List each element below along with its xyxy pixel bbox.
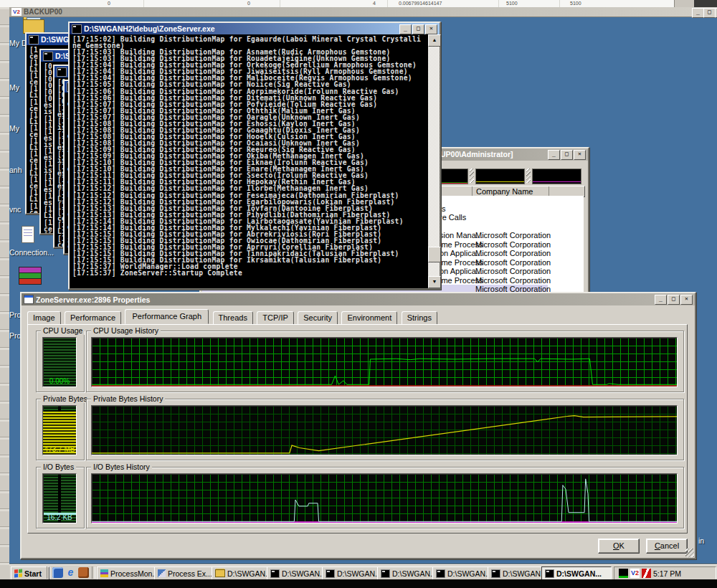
cpu-graph-tray-icon[interactable]: [619, 569, 628, 578]
scroll-down-icon[interactable]: ▼: [428, 276, 441, 288]
host-dark-corner: [694, 0, 717, 7]
host-gridline: [387, 0, 388, 7]
toolbar-memory-graph[interactable]: [475, 169, 525, 184]
toolbar-grip[interactable]: [526, 169, 531, 183]
taskbar-button-procmon[interactable]: ProcessMon...: [97, 566, 159, 579]
scroll-up-icon[interactable]: ▲: [428, 34, 441, 47]
vnc-viewer-titlebar[interactable]: V2 BACKUP00 _ □ ×: [9, 7, 717, 17]
maximize-icon[interactable]: □: [668, 295, 680, 305]
taskbar-button-console[interactable]: D:\SWGAN...: [432, 566, 493, 579]
tray-clock[interactable]: 5:17 PM: [653, 569, 681, 578]
scroll-thumb[interactable]: [428, 247, 441, 262]
minimize-icon[interactable]: _: [655, 295, 667, 305]
folder-icon: [215, 569, 225, 577]
toolbar-io-graph[interactable]: [532, 169, 581, 184]
process-row-company[interactable]: Microsoft Corporation: [475, 267, 551, 275]
desktop-icon-label[interactable]: anh: [9, 166, 22, 174]
taskbar[interactable]: Start e ProcessMon... Process Ex... D:\S…: [9, 564, 717, 579]
column-divider: [472, 186, 473, 196]
line: [24, 229, 32, 230]
maximize-icon[interactable]: □: [561, 150, 573, 160]
host-cell: 4: [373, 1, 376, 6]
tab-threads[interactable]: Threads: [213, 311, 253, 325]
minimize-icon[interactable]: _: [399, 24, 412, 34]
cmd-icon: [57, 67, 67, 77]
archive-app-icon[interactable]: [19, 267, 42, 286]
process-row-company[interactable]: Microsoft Corporation: [475, 258, 551, 267]
process-row-company[interactable]: Microsoft Corporation: [475, 240, 551, 249]
toolbar-grip[interactable]: [470, 169, 474, 183]
taskbar-button-label: D:\SWGAN...: [556, 569, 602, 578]
minimize-icon[interactable]: _: [548, 150, 560, 160]
maximize-icon[interactable]: □: [412, 24, 424, 34]
cmd-icon: [381, 569, 390, 578]
properties-titlebar[interactable]: ZoneServer.exe:2896 Properties _ □ ✕: [22, 293, 695, 305]
minimize-icon[interactable]: _: [692, 8, 704, 18]
host-cell: 0.00679914614147: [399, 1, 442, 6]
private-bytes-label: Private Bytes: [41, 394, 90, 403]
taskbar-button-console[interactable]: D:\SWGAN...: [267, 566, 327, 579]
memory-line: [476, 181, 524, 182]
private-bytes-history-groupbox: Private Bytes History: [86, 399, 684, 460]
taskbar-button-console[interactable]: D:\SWGAN...: [488, 566, 545, 579]
io-bytes-gauge: 16.2 KB: [42, 473, 77, 523]
cancel-button[interactable]: Cancel: [646, 539, 688, 554]
system-tray[interactable]: V2 5:17 PM: [614, 566, 716, 579]
taskbar-button-procexp[interactable]: Process Ex...: [154, 566, 217, 579]
cpu-usage-gauge: 0.00%: [42, 337, 77, 387]
taskbar-button-label: D:\SWGAN...: [337, 569, 381, 578]
tab-performance-graph[interactable]: Performance Graph: [125, 309, 209, 324]
maximize-icon[interactable]: □: [703, 8, 716, 18]
vnc-server-tray-icon[interactable]: V2: [630, 569, 640, 578]
internet-explorer-icon[interactable]: e: [65, 567, 76, 578]
desktop-icon-label[interactable]: My D: [9, 39, 27, 47]
io-bytes-groupbox: I/O Bytes 16.2 KB: [36, 467, 85, 528]
desktop-icon-label-partial[interactable]: in: [698, 536, 704, 545]
io-history-label: I/O Bytes History: [91, 463, 152, 471]
tab-strings[interactable]: Strings: [402, 311, 437, 325]
taskbar-button-console[interactable]: D:\SWGAN...: [322, 566, 382, 579]
tab-image[interactable]: Image: [27, 311, 61, 325]
process-row-company[interactable]: Microsoft Corporation: [475, 231, 551, 240]
properties-tab-strip[interactable]: Image Performance Performance Graph Thre…: [27, 310, 438, 325]
process-row-company[interactable]: Microsoft Corporation: [475, 249, 551, 257]
cmd-icon: [491, 569, 500, 578]
taskbar-button-folder[interactable]: D:\SWGAN...: [212, 566, 272, 579]
connection-file-icon[interactable]: [22, 226, 34, 243]
close-icon[interactable]: ✕: [574, 150, 586, 160]
cpu-history-graph: [91, 337, 678, 387]
ok-button[interactable]: OK: [598, 539, 640, 554]
close-icon[interactable]: ✕: [680, 295, 693, 305]
tab-performance[interactable]: Performance: [65, 311, 121, 325]
cmd-icon: [436, 569, 445, 578]
private-bytes-history-graph: [91, 405, 678, 455]
taskbar-button-console[interactable]: D:\SWGAN...: [377, 566, 437, 579]
console-titlebar[interactable]: D:\SWGANH2\debug\ZoneServer.exe _ □ ✕: [70, 23, 440, 34]
console-scrollbar[interactable]: ▲ ▼: [428, 34, 440, 288]
close-icon[interactable]: ✕: [425, 24, 437, 34]
taskbar-divider: [47, 566, 50, 579]
taskbar-button-label: Process Ex...: [168, 569, 212, 578]
red-app-tray-icon[interactable]: [642, 569, 651, 578]
desktop-icon-label[interactable]: Connection...: [9, 248, 54, 257]
host-bottom-strip: [0, 579, 717, 588]
desktop-icon-label[interactable]: My: [9, 124, 19, 133]
process-row-company[interactable]: Microsoft Corporation: [475, 276, 551, 285]
desktop-icon-label[interactable]: vnc: [9, 205, 21, 214]
media-app-icon[interactable]: [78, 567, 89, 578]
tab-environment[interactable]: Environment: [341, 311, 397, 325]
start-button[interactable]: Start: [11, 566, 49, 579]
zoneserver-properties-window[interactable]: ZoneServer.exe:2896 Properties _ □ ✕ Ima…: [20, 292, 696, 559]
tab-tcpip[interactable]: TCP/IP: [257, 311, 293, 325]
zoneserver-console-window[interactable]: D:\SWGANH2\debug\ZoneServer.exe _ □ ✕ [1…: [68, 22, 441, 290]
taskbar-button-console-active[interactable]: D:\SWGAN...: [541, 566, 612, 579]
column-header-company[interactable]: Company Name: [476, 187, 533, 196]
cmd-icon: [545, 569, 554, 578]
tab-security[interactable]: Security: [298, 311, 338, 325]
desktop-icon-label[interactable]: My: [9, 83, 19, 92]
show-desktop-icon[interactable]: [52, 567, 63, 578]
process-row-fragment[interactable]: re Calls: [440, 213, 466, 222]
resize-grip[interactable]: [685, 549, 694, 557]
host-scrollbar-piece: [674, 0, 695, 7]
vnc-logo-icon: V2: [11, 8, 22, 16]
